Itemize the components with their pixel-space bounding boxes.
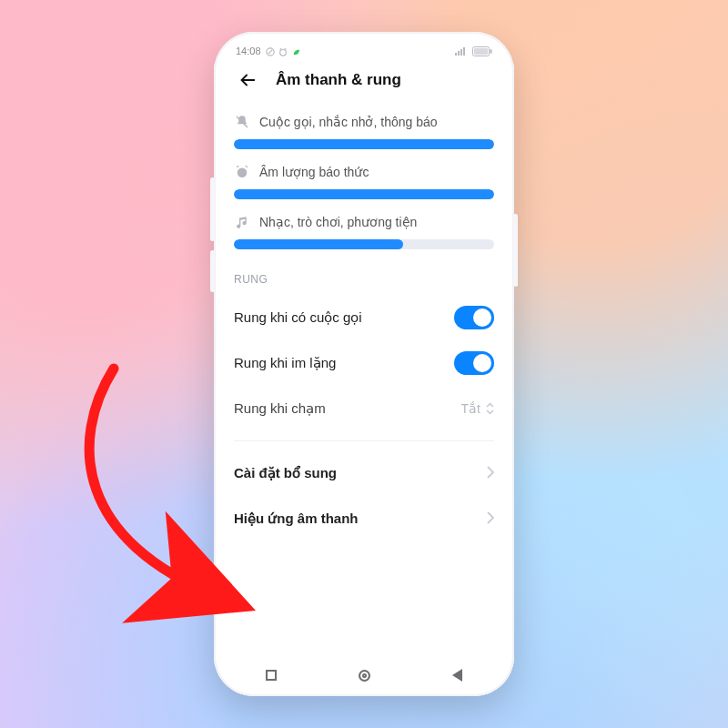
vibrate-on-silent-toggle[interactable] — [454, 351, 494, 375]
signal-icon — [455, 46, 468, 56]
svg-rect-5 — [460, 49, 462, 56]
leaf-icon — [291, 47, 299, 56]
settings-content: Cuộc gọi, nhắc nhở, thông báo Âm lượng b… — [225, 101, 503, 662]
slider-label: Cuộc gọi, nhắc nhở, thông báo — [259, 115, 438, 129]
slider-fill — [234, 139, 494, 149]
home-button[interactable] — [359, 670, 370, 682]
svg-rect-8 — [490, 49, 492, 54]
vibrate-on-silent-row[interactable]: Rung khi im lặng — [234, 340, 494, 386]
bell-off-icon — [234, 114, 250, 130]
volume-notifications: Cuộc gọi, nhắc nhở, thông báo — [234, 114, 494, 149]
status-time: 14:08 — [236, 46, 261, 56]
sound-effects-row[interactable]: Hiệu ứng âm thanh — [234, 496, 494, 541]
power-button[interactable] — [513, 214, 518, 287]
section-title-vibrate: RUNG — [234, 273, 494, 286]
slider-fill — [234, 189, 494, 199]
android-nav-bar — [225, 662, 503, 689]
page-title: Âm thanh & rung — [263, 71, 496, 89]
svg-point-2 — [279, 49, 286, 56]
svg-point-11 — [238, 168, 248, 178]
nav-back-button[interactable] — [452, 669, 462, 682]
row-label: Rung khi có cuộc gọi — [234, 309, 362, 326]
row-label: Rung khi chạm — [234, 400, 326, 417]
vibrate-on-touch-value[interactable]: Tắt — [461, 401, 494, 416]
svg-line-1 — [268, 49, 272, 54]
header: Âm thanh & rung — [225, 59, 503, 101]
volume-media-slider[interactable] — [234, 239, 494, 249]
row-label: Rung khi im lặng — [234, 355, 336, 371]
volume-alarm: Âm lượng báo thức — [234, 164, 494, 199]
svg-rect-4 — [458, 51, 460, 56]
volume-notifications-slider[interactable] — [234, 139, 494, 149]
slider-fill — [234, 239, 403, 249]
divider — [234, 440, 494, 441]
alarm-status-icon — [278, 47, 287, 56]
chevron-right-icon — [487, 511, 494, 527]
svg-rect-3 — [455, 53, 457, 56]
svg-rect-6 — [463, 47, 465, 56]
volume-button[interactable] — [210, 177, 215, 241]
volume-button-2[interactable] — [210, 250, 215, 292]
dnd-icon — [266, 47, 274, 56]
volume-media: Nhạc, trò chơi, phương tiện — [234, 214, 494, 249]
slider-label: Nhạc, trò chơi, phương tiện — [259, 215, 417, 229]
chevron-right-icon — [487, 466, 494, 481]
phone-frame: 14:08 Âm thanh & rung — [214, 32, 514, 696]
vibrate-on-touch-row[interactable]: Rung khi chạm Tắt — [234, 386, 494, 431]
status-bar: 14:08 — [225, 43, 503, 59]
volume-alarm-slider[interactable] — [234, 189, 494, 199]
music-icon — [234, 214, 250, 230]
recent-apps-button[interactable] — [266, 670, 277, 681]
row-label: Cài đặt bổ sung — [234, 465, 337, 481]
back-button[interactable] — [232, 65, 263, 96]
vibrate-on-call-toggle[interactable] — [454, 306, 494, 329]
vibrate-on-call-row[interactable]: Rung khi có cuộc gọi — [234, 295, 494, 340]
additional-settings-row[interactable]: Cài đặt bổ sung — [234, 450, 494, 496]
svg-rect-9 — [474, 48, 488, 55]
alarm-icon — [234, 164, 250, 180]
slider-label: Âm lượng báo thức — [259, 165, 369, 179]
updown-icon — [486, 402, 494, 415]
battery-icon — [472, 46, 492, 56]
row-label: Hiệu ứng âm thanh — [234, 511, 359, 527]
select-value: Tắt — [461, 401, 480, 416]
